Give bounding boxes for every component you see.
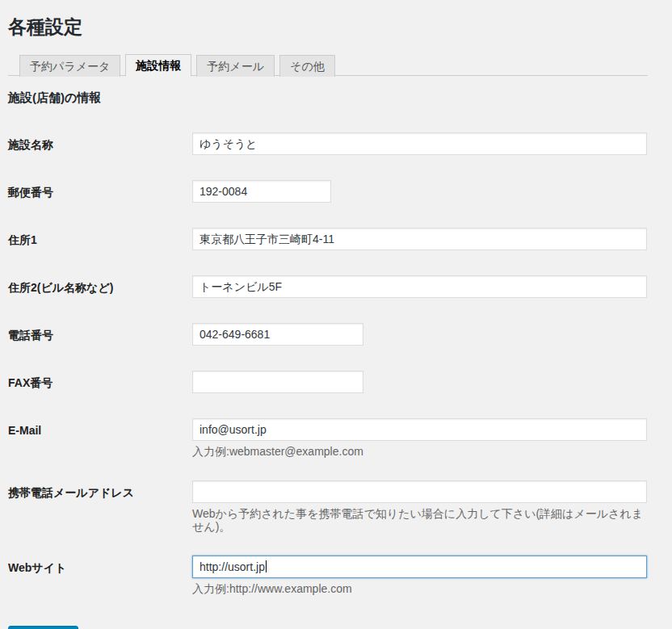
tab-reservation-mail[interactable]: 予約メール [196, 55, 275, 77]
postal-code-input[interactable]: 192-0084 [192, 180, 331, 203]
phone-label: 電話番号 [8, 323, 192, 342]
mobile-email-label: 携帯電話メールアドレス [8, 480, 192, 500]
phone-input[interactable]: 042-649-6681 [192, 323, 363, 346]
form-row-facility-name: 施設名称 ゆうそうと [8, 132, 648, 155]
settings-page: 各種設定 予約パラメータ施設情報予約メールその他 施設(店舗)の情報 施設名称 … [0, 0, 672, 629]
form-row-postal-code: 郵便番号 192-0084 [8, 180, 648, 203]
mobile-email-hint: Webから予約された事を携帯電話で知りたい場合に入力して下さい(詳細はメールされ… [192, 507, 648, 535]
website-hint: 入力例:http://www.example.com [192, 582, 648, 596]
email-hint: 入力例:webmaster@example.com [192, 445, 648, 459]
section-heading-facility-info: 施設(店舗)の情報 [8, 90, 648, 106]
form-row-address1: 住所1 東京都八王子市三崎町4-11 [8, 228, 648, 250]
facility-name-label: 施設名称 [8, 132, 192, 152]
address1-input[interactable]: 東京都八王子市三崎町4-11 [192, 228, 647, 250]
settings-tab-bar: 予約パラメータ施設情報予約メールその他 [8, 54, 648, 76]
form-row-fax: FAX番号 [8, 371, 648, 393]
postal-code-label: 郵便番号 [8, 180, 192, 199]
website-label: Webサイト [8, 556, 192, 575]
form-row-mobile-email: 携帯電話メールアドレス Webから予約された事を携帯電話で知りたい場合に入力して… [8, 480, 648, 535]
save-changes-button[interactable]: 変更を保存 [8, 626, 78, 629]
form-row-website: Webサイト http://usort.jp 入力例:http://www.ex… [8, 556, 648, 596]
text-cursor [266, 560, 267, 572]
email-input[interactable]: info@usort.jp [192, 418, 647, 441]
fax-input[interactable] [192, 371, 363, 393]
form-row-phone: 電話番号 042-649-6681 [8, 323, 648, 346]
address2-input[interactable]: トーネンビル5F [192, 275, 647, 298]
website-input[interactable]: http://usort.jp [192, 556, 647, 578]
mobile-email-input[interactable] [192, 480, 647, 503]
form-row-address2: 住所2(ビル名称など) トーネンビル5F [8, 275, 648, 298]
tab-reservation-parameters[interactable]: 予約パラメータ [19, 55, 120, 77]
form-row-email: E-Mail info@usort.jp 入力例:webmaster@examp… [8, 418, 648, 459]
address2-label: 住所2(ビル名称など) [8, 275, 192, 295]
submit-area: 変更を保存 [8, 626, 648, 629]
facility-info-form: 施設名称 ゆうそうと 郵便番号 192-0084 住所1 東京都八王子市三崎町4… [8, 132, 648, 629]
tab-facility-info[interactable]: 施設情報 [125, 54, 191, 77]
page-title: 各種設定 [8, 8, 648, 43]
address1-label: 住所1 [8, 228, 192, 247]
facility-name-input[interactable]: ゆうそうと [192, 132, 647, 155]
email-label: E-Mail [8, 418, 192, 438]
tab-others[interactable]: その他 [279, 55, 335, 77]
fax-label: FAX番号 [8, 371, 192, 390]
